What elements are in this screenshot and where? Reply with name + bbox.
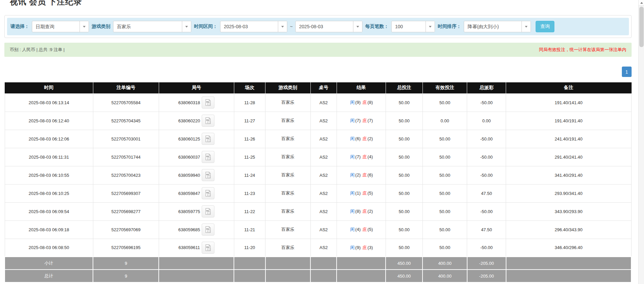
video-replay-button[interactable] bbox=[202, 169, 214, 181]
cell-round: 638060037 bbox=[159, 148, 234, 166]
cell-bet-id: 522705704345 bbox=[93, 112, 159, 130]
scrollbar-up-icon[interactable] bbox=[639, 0, 644, 6]
time-sort-value: 降幂(由大到小) bbox=[464, 21, 522, 32]
query-type-select[interactable]: 日期查询 bbox=[32, 21, 89, 32]
video-icon bbox=[204, 190, 212, 197]
chevron-down-icon[interactable] bbox=[522, 21, 531, 32]
round-number: 638060037 bbox=[178, 155, 200, 160]
chevron-down-icon[interactable] bbox=[353, 21, 362, 32]
cell-time: 2025-08-03 06:09:54 bbox=[5, 202, 93, 220]
game-type-value: 百家乐 bbox=[113, 21, 182, 32]
query-type-label: 请选择： bbox=[10, 24, 29, 30]
page-title: 视讯 会员 下注纪录 bbox=[10, 0, 632, 7]
total-total-bet: 450.00 bbox=[386, 270, 423, 282]
date-separator: ~ bbox=[290, 24, 293, 29]
cell-round: 638060220 bbox=[159, 112, 234, 130]
video-icon bbox=[204, 244, 212, 251]
query-button[interactable]: 查询 bbox=[536, 21, 554, 32]
chevron-down-icon[interactable] bbox=[182, 21, 191, 32]
cell-table-no: AS2 bbox=[310, 112, 337, 130]
cell-bet-id: 522705705584 bbox=[93, 93, 159, 112]
cell-bet-id: 522705696195 bbox=[93, 239, 159, 257]
cell-game-type: 百家乐 bbox=[265, 148, 310, 166]
header-table-no: 桌号 bbox=[310, 82, 337, 93]
result-player-label: 闲 bbox=[350, 154, 355, 159]
result-player-label: 闲 bbox=[350, 245, 355, 250]
cell-bet-id: 522705703001 bbox=[93, 130, 159, 148]
cell-valid-bet: 0.00 bbox=[423, 112, 467, 130]
chevron-down-icon[interactable] bbox=[426, 21, 435, 32]
result-player-label: 闲 bbox=[350, 100, 355, 105]
header-result: 结果 bbox=[337, 82, 386, 93]
video-replay-button[interactable] bbox=[202, 187, 214, 199]
table-row: 2025-08-03 06:12:40 522705704345 6380602… bbox=[5, 112, 631, 130]
chevron-down-icon[interactable] bbox=[80, 21, 89, 32]
page-size-select[interactable]: 100 bbox=[391, 21, 435, 32]
cell-table-no: AS2 bbox=[310, 239, 337, 257]
cell-session: 11-25 bbox=[234, 148, 265, 166]
scrollbar-thumb[interactable] bbox=[639, 7, 644, 47]
page-title-clip: 视讯 会员 下注纪录 bbox=[10, 0, 632, 7]
table-row: 2025-08-03 06:09:54 522705698277 6380597… bbox=[5, 202, 631, 220]
video-replay-button[interactable] bbox=[202, 224, 214, 236]
header-valid-bet: 有效投注 bbox=[423, 82, 467, 93]
video-replay-button[interactable] bbox=[202, 115, 214, 127]
cell-valid-bet: 50.00 bbox=[423, 93, 467, 112]
video-replay-button[interactable] bbox=[202, 242, 214, 254]
result-banker-label: 庄 bbox=[362, 136, 367, 141]
result-banker-points: (2) bbox=[367, 136, 373, 141]
result-player-label: 闲 bbox=[350, 118, 355, 123]
cell-valid-bet: 50.00 bbox=[423, 148, 467, 166]
result-banker-label: 庄 bbox=[362, 227, 367, 232]
cell-total-bet: 50.00 bbox=[386, 202, 423, 220]
result-player-points: (6) bbox=[355, 136, 361, 141]
cell-result: 闲(1) 庄(5) bbox=[337, 184, 386, 202]
page-1-button[interactable]: 1 bbox=[622, 67, 632, 77]
cell-time: 2025-08-03 06:11:31 bbox=[5, 148, 93, 166]
cell-remark: 346.40/296.40 bbox=[506, 239, 631, 257]
video-replay-button[interactable] bbox=[202, 205, 214, 217]
cell-valid-bet: 50.00 bbox=[423, 202, 467, 220]
cell-table-no: AS2 bbox=[310, 166, 337, 184]
cell-game-type: 百家乐 bbox=[265, 184, 310, 202]
cell-payout: -50.00 bbox=[467, 148, 506, 166]
round-number: 638059611 bbox=[179, 245, 200, 250]
game-type-select[interactable]: 百家乐 bbox=[113, 21, 191, 32]
result-player-label: 闲 bbox=[350, 209, 355, 214]
table-row: 2025-08-03 06:12:06 522705703001 6380601… bbox=[5, 130, 631, 148]
round-number: 638060125 bbox=[178, 136, 200, 141]
scrollbar[interactable] bbox=[638, 0, 644, 284]
cell-remark: 293.90/341.40 bbox=[506, 184, 631, 202]
cell-game-type: 百家乐 bbox=[265, 220, 310, 239]
cell-table-no: AS2 bbox=[310, 148, 337, 166]
cell-time: 2025-08-03 06:10:55 bbox=[5, 166, 93, 184]
cell-total-bet: 50.00 bbox=[386, 220, 423, 239]
cell-round: 638059611 bbox=[159, 239, 234, 257]
date-to-select[interactable]: 2025-08-03 bbox=[295, 21, 362, 32]
cell-bet-id: 522705701744 bbox=[93, 148, 159, 166]
time-sort-select[interactable]: 降幂(由大到小) bbox=[464, 21, 531, 32]
result-player-label: 闲 bbox=[350, 136, 355, 141]
chevron-down-icon[interactable] bbox=[278, 21, 287, 32]
cell-time: 2025-08-03 06:12:40 bbox=[5, 112, 93, 130]
header-payout: 总派彩 bbox=[467, 82, 506, 93]
video-replay-button[interactable] bbox=[202, 96, 214, 109]
date-from-select[interactable]: 2025-08-03 bbox=[220, 21, 287, 32]
video-icon bbox=[204, 208, 212, 215]
cell-total-bet: 50.00 bbox=[386, 112, 423, 130]
result-banker-label: 庄 bbox=[362, 154, 367, 159]
video-replay-button[interactable] bbox=[202, 151, 214, 163]
cell-table-no: AS2 bbox=[310, 93, 337, 112]
cell-bet-id: 522705698277 bbox=[93, 202, 159, 220]
cell-result: 闲(7) 庄(7) bbox=[337, 112, 386, 130]
cell-session: 11-28 bbox=[234, 93, 265, 112]
result-banker-points: (8) bbox=[367, 100, 373, 105]
cell-round: 638059775 bbox=[159, 202, 234, 220]
cell-payout: 47.50 bbox=[467, 220, 506, 239]
video-replay-button[interactable] bbox=[202, 133, 214, 145]
table-body: 2025-08-03 06:13:14 522705705584 6380603… bbox=[5, 93, 631, 257]
table-header-row: 时间 注单编号 局号 场次 游戏类别 桌号 结果 总投注 有效投注 总派彩 备注 bbox=[5, 82, 631, 93]
cell-result: 闲(8) 庄(2) bbox=[337, 202, 386, 220]
cell-session: 11-20 bbox=[234, 239, 265, 257]
cell-payout: -50.00 bbox=[467, 202, 506, 220]
